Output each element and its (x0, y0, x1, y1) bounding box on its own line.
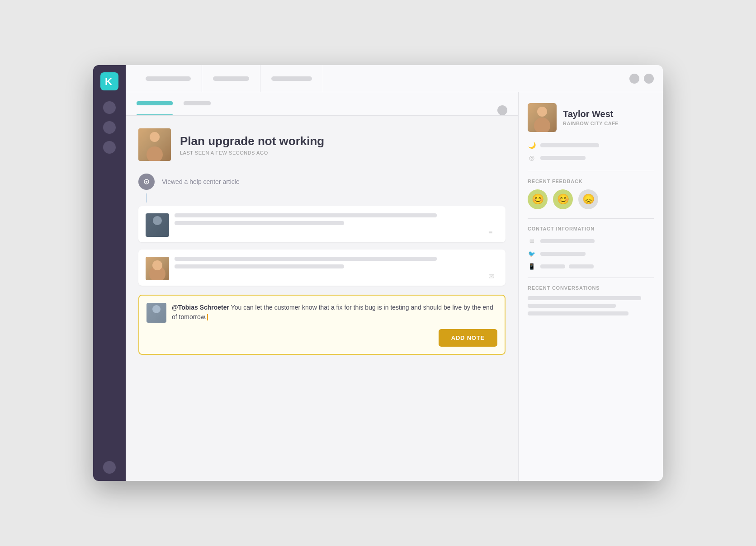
phone-bar-1 (540, 264, 565, 268)
content-split: Plan upgrade not working LAST SEEN A FEW… (126, 92, 663, 481)
msg-avatar-1 (146, 213, 169, 237)
conv-title: Plan upgrade not working (180, 134, 324, 148)
msg-content-2 (175, 257, 483, 272)
nav-tab-bar-2 (213, 76, 249, 81)
msg-line-1-1 (175, 213, 437, 217)
nav-action-1[interactable] (629, 74, 639, 84)
info-row-phone: 📱 (528, 262, 654, 270)
contact-header: Taylor West RAINBOW CITY CAFE (528, 103, 654, 132)
main-area: Plan upgrade not working LAST SEEN A FEW… (126, 65, 663, 481)
sidebar-nav-item-bottom[interactable] (103, 461, 116, 474)
divider-3 (528, 278, 654, 278)
svg-point-3 (146, 181, 147, 183)
recent-feedback-label: RECENT FEEDBACK (528, 179, 654, 184)
msg-avatar-2 (146, 257, 169, 280)
contact-info: Taylor West RAINBOW CITY CAFE (563, 109, 619, 126)
activity-icon (138, 174, 155, 190)
feedback-happy-1: 😊 (528, 189, 548, 209)
conversation-avatar (138, 128, 171, 161)
twitter-bar (540, 252, 586, 256)
divider-1 (528, 171, 654, 171)
activity-item: Viewed a help center article (126, 170, 518, 193)
convo-bar-3 (528, 311, 628, 315)
recent-convs-bars (528, 296, 654, 315)
add-note-button[interactable]: ADD NOTE (439, 329, 497, 347)
msg-line-2-1 (175, 257, 437, 261)
sidebar-nav-item-1[interactable] (103, 101, 116, 114)
phone-bars (540, 264, 594, 268)
msg-line-2-2 (175, 264, 344, 268)
nav-action-2[interactable] (644, 74, 654, 84)
conv-info: Plan upgrade not working LAST SEEN A FEW… (180, 134, 324, 155)
meta-row-1: 🌙 (528, 141, 654, 149)
app-window: K (93, 65, 663, 481)
moon-icon: 🌙 (528, 141, 536, 149)
msg-line-1-2 (175, 221, 344, 225)
sub-tabs (126, 92, 518, 116)
message-item-1: ≡ (138, 206, 506, 242)
phone-icon: 📱 (528, 262, 536, 270)
activity-text: Viewed a help center article (162, 178, 240, 185)
feedback-happy-2: 😊 (553, 189, 573, 209)
note-composer: @Tobias Schroeter You can let the custom… (138, 295, 506, 355)
msg-type-icon-2: ✉ (488, 272, 498, 280)
nav-tab-bar-3 (271, 76, 312, 81)
divider-2 (528, 218, 654, 219)
info-row-twitter: 🐦 (528, 249, 654, 258)
conversation-panel: Plan upgrade not working LAST SEEN A FEW… (126, 92, 518, 481)
nav-actions (629, 74, 654, 84)
nav-tab-3[interactable] (260, 65, 323, 92)
nav-tab-1[interactable] (135, 65, 202, 92)
note-footer: ADD NOTE (146, 329, 497, 347)
email-icon: ✉ (528, 237, 536, 245)
top-nav (126, 65, 663, 92)
convo-bar-2 (528, 304, 616, 308)
target-icon: ◎ (528, 154, 536, 162)
nav-tab-2[interactable] (202, 65, 260, 92)
feedback-sad: 😞 (578, 189, 598, 209)
info-row-email: ✉ (528, 237, 654, 245)
svg-text:K: K (105, 76, 112, 87)
contact-meta: 🌙 ◎ (528, 141, 654, 162)
sub-tab-search-btn[interactable] (497, 105, 507, 115)
contact-company: RAINBOW CITY CAFE (563, 121, 619, 126)
message-item-2[interactable]: ✉ (138, 249, 506, 286)
sub-tab-bar-2 (184, 101, 211, 105)
note-text-content[interactable]: @Tobias Schroeter You can let the custom… (172, 303, 497, 322)
msg-type-icon-1: ≡ (488, 229, 498, 237)
conv-subtitle: LAST SEEN A FEW SECONDS AGO (180, 150, 324, 155)
meta-bar-1 (540, 143, 599, 147)
note-mention: @Tobias Schroeter (172, 304, 229, 311)
activity-connector (146, 193, 147, 202)
contact-info-rows: ✉ 🐦 📱 (528, 237, 654, 270)
sub-tab-active[interactable] (137, 92, 173, 115)
twitter-icon: 🐦 (528, 249, 536, 258)
sidebar-nav-item-3[interactable] (103, 141, 116, 154)
email-bar (540, 239, 595, 243)
app-logo[interactable]: K (100, 72, 118, 90)
msg-content-1 (175, 213, 483, 229)
contact-info-label: CONTACT INFORMATION (528, 226, 654, 231)
sidebar: K (93, 65, 126, 481)
sub-tab-2[interactable] (184, 92, 211, 115)
phone-bar-2 (569, 264, 594, 268)
contact-avatar (528, 103, 557, 132)
note-composer-inner: @Tobias Schroeter You can let the custom… (146, 303, 497, 323)
recent-convs-label: RECENT CONVERSATIONS (528, 285, 654, 291)
sub-tab-bar-active (137, 101, 173, 105)
nav-tab-bar-1 (146, 76, 191, 81)
convo-bar-1 (528, 296, 641, 300)
meta-bar-2 (540, 156, 586, 160)
note-author-avatar (146, 303, 166, 323)
contact-name: Taylor West (563, 109, 619, 119)
right-panel: Taylor West RAINBOW CITY CAFE 🌙 ◎ (518, 92, 663, 481)
sidebar-nav-item-2[interactable] (103, 121, 116, 134)
feedback-row: 😊 😊 😞 (528, 189, 654, 209)
meta-row-2: ◎ (528, 154, 654, 162)
note-cursor (207, 314, 208, 320)
conv-header: Plan upgrade not working LAST SEEN A FEW… (126, 116, 518, 170)
